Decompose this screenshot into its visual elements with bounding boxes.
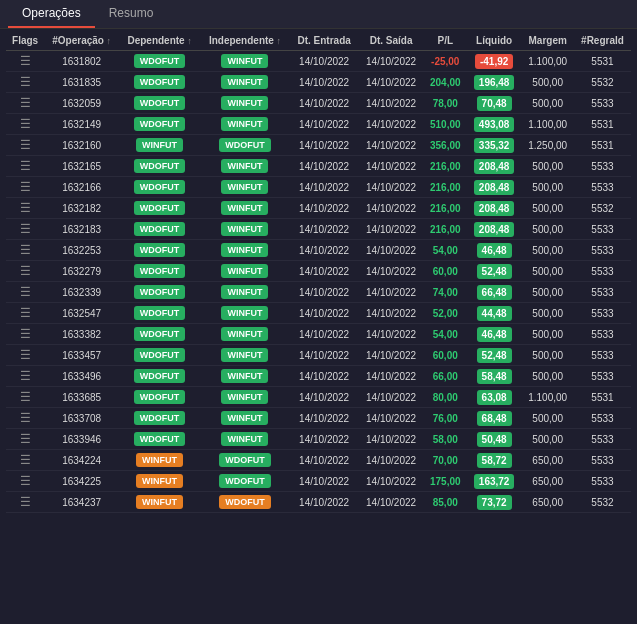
menu-icon[interactable]: ☰: [20, 432, 31, 446]
menu-icon[interactable]: ☰: [20, 348, 31, 362]
menu-icon[interactable]: ☰: [20, 159, 31, 173]
cell-dependente: WDOFUT: [119, 198, 200, 219]
cell-flag[interactable]: ☰: [6, 492, 44, 513]
cell-flag[interactable]: ☰: [6, 450, 44, 471]
cell-flag[interactable]: ☰: [6, 366, 44, 387]
menu-icon[interactable]: ☰: [20, 117, 31, 131]
cell-regrald: 5533: [574, 324, 631, 345]
cell-pl: 76,00: [424, 408, 467, 429]
cell-pl: 60,00: [424, 261, 467, 282]
cell-dt-saida: 14/10/2022: [359, 387, 424, 408]
cell-flag[interactable]: ☰: [6, 198, 44, 219]
liq-value: 208,48: [474, 159, 515, 174]
liq-value: 493,08: [474, 117, 515, 132]
menu-icon[interactable]: ☰: [20, 390, 31, 404]
menu-icon[interactable]: ☰: [20, 96, 31, 110]
menu-icon[interactable]: ☰: [20, 138, 31, 152]
cell-independente: WDOFUT: [200, 450, 290, 471]
table-row: ☰ 1631802 WDOFUT WINFUT 14/10/2022 14/10…: [6, 51, 631, 72]
col-dependente[interactable]: Dependente: [119, 31, 200, 51]
cell-regrald: 5533: [574, 366, 631, 387]
cell-pl: 204,00: [424, 72, 467, 93]
cell-flag[interactable]: ☰: [6, 156, 44, 177]
cell-flag[interactable]: ☰: [6, 135, 44, 156]
cell-dt-entrada: 14/10/2022: [290, 240, 359, 261]
cell-flag[interactable]: ☰: [6, 429, 44, 450]
table-row: ☰ 1632165 WDOFUT WINFUT 14/10/2022 14/10…: [6, 156, 631, 177]
dep-badge: WDOFUT: [134, 285, 186, 299]
cell-dependente: WDOFUT: [119, 261, 200, 282]
ind-badge: WDOFUT: [219, 453, 271, 467]
cell-flag[interactable]: ☰: [6, 387, 44, 408]
cell-liquido: 208,48: [467, 156, 521, 177]
cell-flag[interactable]: ☰: [6, 114, 44, 135]
cell-flag[interactable]: ☰: [6, 51, 44, 72]
cell-flag[interactable]: ☰: [6, 345, 44, 366]
ind-badge: WINFUT: [221, 411, 268, 425]
cell-independente: WINFUT: [200, 387, 290, 408]
cell-regrald: 5533: [574, 219, 631, 240]
cell-flag[interactable]: ☰: [6, 219, 44, 240]
tab-resumo[interactable]: Resumo: [95, 0, 168, 28]
menu-icon[interactable]: ☰: [20, 243, 31, 257]
menu-icon[interactable]: ☰: [20, 201, 31, 215]
cell-pl: 216,00: [424, 198, 467, 219]
menu-icon[interactable]: ☰: [20, 453, 31, 467]
ind-badge: WDOFUT: [219, 138, 271, 152]
cell-dt-saida: 14/10/2022: [359, 450, 424, 471]
table-row: ☰ 1632166 WDOFUT WINFUT 14/10/2022 14/10…: [6, 177, 631, 198]
ind-badge: WDOFUT: [219, 495, 271, 509]
cell-flag[interactable]: ☰: [6, 261, 44, 282]
col-regrald: #Regrald: [574, 31, 631, 51]
menu-icon[interactable]: ☰: [20, 369, 31, 383]
cell-dt-entrada: 14/10/2022: [290, 282, 359, 303]
cell-flag[interactable]: ☰: [6, 72, 44, 93]
menu-icon[interactable]: ☰: [20, 495, 31, 509]
cell-dt-saida: 14/10/2022: [359, 324, 424, 345]
cell-operacao: 1634237: [44, 492, 119, 513]
menu-icon[interactable]: ☰: [20, 411, 31, 425]
dep-badge: WDOFUT: [134, 390, 186, 404]
menu-icon[interactable]: ☰: [20, 54, 31, 68]
cell-flag[interactable]: ☰: [6, 408, 44, 429]
cell-regrald: 5533: [574, 156, 631, 177]
menu-icon[interactable]: ☰: [20, 285, 31, 299]
cell-dt-saida: 14/10/2022: [359, 303, 424, 324]
operations-table: Flags #Operação Dependente Independente …: [6, 31, 631, 513]
cell-independente: WINFUT: [200, 324, 290, 345]
cell-dt-entrada: 14/10/2022: [290, 135, 359, 156]
cell-flag[interactable]: ☰: [6, 240, 44, 261]
cell-liquido: 208,48: [467, 177, 521, 198]
cell-operacao: 1633708: [44, 408, 119, 429]
menu-icon[interactable]: ☰: [20, 180, 31, 194]
liq-value: 66,48: [477, 285, 512, 300]
menu-icon[interactable]: ☰: [20, 306, 31, 320]
cell-flag[interactable]: ☰: [6, 282, 44, 303]
cell-operacao: 1631835: [44, 72, 119, 93]
cell-regrald: 5531: [574, 114, 631, 135]
liq-value: 52,48: [477, 348, 512, 363]
cell-dependente: WDOFUT: [119, 114, 200, 135]
cell-pl: 54,00: [424, 324, 467, 345]
cell-flag[interactable]: ☰: [6, 324, 44, 345]
cell-flag[interactable]: ☰: [6, 303, 44, 324]
cell-flag[interactable]: ☰: [6, 93, 44, 114]
menu-icon[interactable]: ☰: [20, 264, 31, 278]
menu-icon[interactable]: ☰: [20, 474, 31, 488]
menu-icon[interactable]: ☰: [20, 75, 31, 89]
col-operacao[interactable]: #Operação: [44, 31, 119, 51]
menu-icon[interactable]: ☰: [20, 327, 31, 341]
col-independente[interactable]: Independente: [200, 31, 290, 51]
tab-operacoes[interactable]: Operações: [8, 0, 95, 28]
cell-margem: 500,00: [521, 303, 574, 324]
tab-bar: Operações Resumo: [0, 0, 637, 29]
menu-icon[interactable]: ☰: [20, 222, 31, 236]
cell-pl: 356,00: [424, 135, 467, 156]
cell-flag[interactable]: ☰: [6, 177, 44, 198]
cell-independente: WINFUT: [200, 93, 290, 114]
cell-dt-saida: 14/10/2022: [359, 198, 424, 219]
col-dt-saida: Dt. Saída: [359, 31, 424, 51]
ind-badge: WINFUT: [221, 306, 268, 320]
cell-flag[interactable]: ☰: [6, 471, 44, 492]
cell-margem: 650,00: [521, 471, 574, 492]
